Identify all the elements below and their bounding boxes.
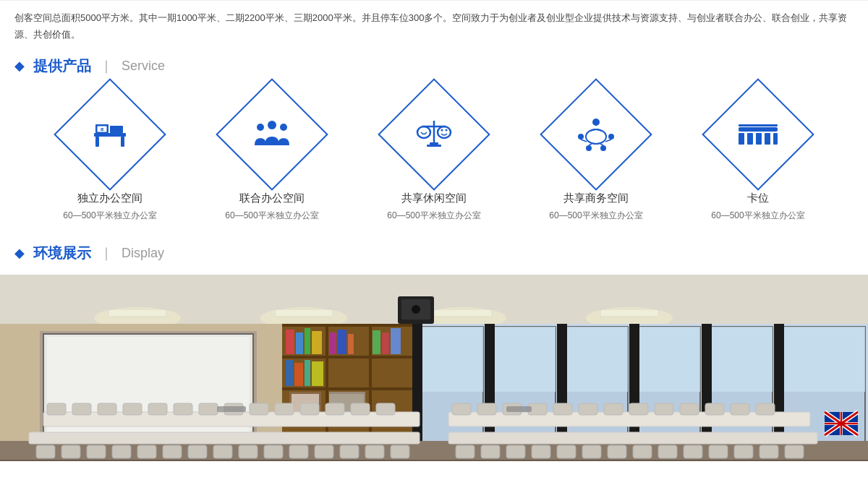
- services-row: 🖥 独立办公空间 60—500平米独立办公室: [0, 87, 868, 236]
- service-desc-business: 60—500平米独立办公室: [549, 210, 642, 222]
- svg-rect-34: [739, 124, 778, 126]
- service-item-business: 共享商务空间 60—500平米独立办公室: [531, 95, 661, 222]
- diamond-bullet-icon: ◆: [14, 58, 25, 74]
- svg-rect-53: [282, 356, 412, 359]
- svg-rect-167: [0, 460, 868, 461]
- section-divider-2: ｜: [100, 244, 113, 262]
- svg-point-7: [268, 121, 276, 129]
- svg-rect-58: [286, 330, 294, 354]
- svg-rect-145: [532, 445, 550, 458]
- svg-rect-82: [564, 327, 628, 392]
- svg-rect-3: [95, 137, 99, 147]
- svg-point-22: [586, 145, 592, 151]
- service-icon-box-team: [216, 78, 328, 191]
- svg-rect-114: [452, 403, 471, 415]
- svg-line-24: [581, 140, 587, 142]
- svg-rect-146: [557, 445, 576, 458]
- svg-rect-154: [760, 445, 778, 458]
- service-desc-leisure: 60—500平米独立办公室: [387, 210, 480, 222]
- service-name-booth: 卡位: [747, 192, 769, 205]
- svg-point-13: [438, 126, 451, 138]
- section-divider: ｜: [100, 57, 113, 74]
- svg-rect-115: [477, 403, 496, 415]
- svg-line-27: [600, 144, 603, 145]
- svg-rect-31: [756, 133, 762, 145]
- svg-rect-59: [296, 332, 303, 354]
- svg-rect-138: [315, 445, 333, 458]
- svg-rect-52: [282, 324, 412, 327]
- svg-point-21: [608, 134, 614, 140]
- svg-rect-65: [373, 330, 380, 354]
- svg-rect-108: [250, 403, 268, 415]
- service-name-team: 联合办公空间: [239, 192, 305, 205]
- display-section-header: ◆ 环境展示 ｜ Display: [0, 236, 868, 275]
- svg-rect-137: [289, 445, 308, 458]
- svg-rect-130: [112, 445, 131, 458]
- svg-rect-105: [174, 403, 192, 415]
- service-icon-box-desk: 🖥: [54, 78, 166, 191]
- svg-rect-109: [275, 403, 294, 415]
- svg-rect-62: [329, 332, 336, 354]
- svg-rect-112: [351, 403, 370, 415]
- svg-rect-84: [637, 327, 700, 392]
- business-icon: [576, 118, 616, 151]
- leisure-icon: [415, 116, 453, 153]
- svg-point-50: [412, 305, 420, 314]
- svg-rect-149: [633, 445, 652, 458]
- service-item-booth: 卡位 60—500平米独立办公室: [693, 95, 823, 222]
- intro-paragraph: 创客空间总面积5000平方米。其中一期1000平米、二期2200平米、三期200…: [0, 0, 868, 49]
- svg-point-9: [280, 124, 287, 131]
- svg-rect-128: [61, 445, 80, 458]
- svg-rect-106: [199, 403, 218, 415]
- service-name-desk: 独立办公空间: [77, 192, 142, 205]
- svg-point-12: [417, 126, 430, 138]
- svg-rect-165: [217, 406, 246, 412]
- svg-rect-133: [188, 445, 207, 458]
- svg-rect-143: [481, 445, 500, 458]
- team-icon: [252, 118, 292, 151]
- svg-rect-148: [608, 445, 626, 458]
- svg-rect-153: [734, 445, 753, 458]
- svg-rect-78: [420, 327, 483, 392]
- svg-rect-135: [239, 445, 258, 458]
- room-photo: [0, 275, 868, 461]
- svg-rect-70: [305, 360, 310, 386]
- svg-point-14: [441, 129, 443, 131]
- svg-rect-110: [300, 403, 319, 415]
- svg-rect-0: [94, 133, 126, 137]
- svg-point-8: [257, 124, 264, 131]
- svg-rect-124: [705, 403, 724, 415]
- svg-rect-99: [448, 432, 817, 444]
- svg-rect-66: [382, 332, 389, 354]
- service-item-leisure: 共享休闲空间 60—500平米独立办公室: [369, 95, 499, 222]
- svg-rect-139: [340, 445, 359, 458]
- diamond-bullet-icon-2: ◆: [14, 245, 25, 261]
- svg-rect-151: [684, 445, 702, 458]
- svg-rect-104: [148, 403, 167, 415]
- service-name-leisure: 共享休闲空间: [401, 192, 467, 205]
- svg-rect-125: [731, 403, 749, 415]
- svg-rect-33: [773, 133, 778, 145]
- svg-rect-136: [264, 445, 283, 458]
- svg-rect-111: [326, 403, 344, 415]
- svg-rect-147: [582, 445, 601, 458]
- svg-rect-80: [492, 327, 556, 392]
- svg-rect-16: [430, 142, 438, 145]
- svg-point-19: [592, 119, 600, 126]
- svg-rect-4: [121, 137, 124, 147]
- svg-rect-134: [213, 445, 232, 458]
- svg-rect-142: [456, 445, 475, 458]
- service-desc-desk: 60—500平米独立办公室: [63, 210, 156, 222]
- svg-rect-103: [123, 403, 142, 415]
- svg-rect-69: [294, 363, 303, 386]
- svg-rect-28: [739, 127, 778, 132]
- display-title-cn: 环境展示: [33, 244, 91, 263]
- services-title-en: Service: [122, 59, 165, 74]
- svg-rect-118: [553, 403, 572, 415]
- svg-rect-54: [282, 387, 412, 390]
- svg-rect-129: [87, 445, 106, 458]
- svg-rect-119: [579, 403, 597, 415]
- service-item-desk: 🖥 独立办公空间 60—500平米独立办公室: [45, 95, 175, 222]
- svg-line-26: [589, 144, 592, 145]
- svg-line-25: [605, 140, 611, 142]
